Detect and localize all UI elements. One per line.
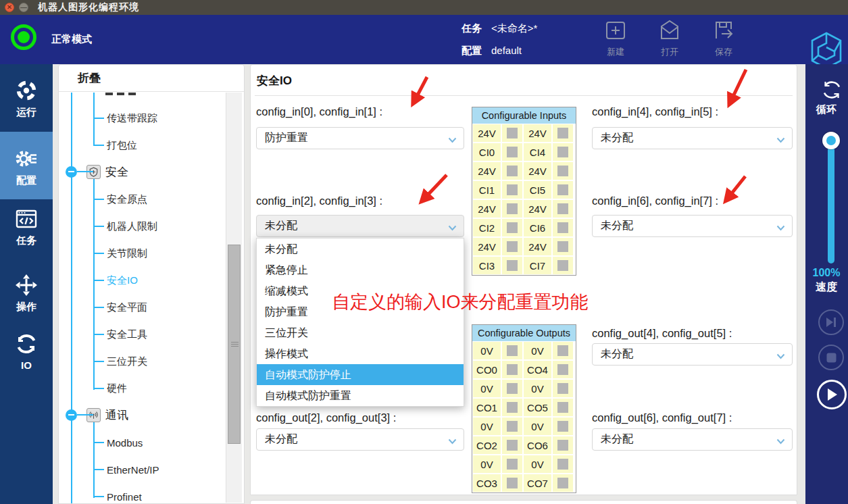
dropdown-value: 未分配 xyxy=(593,347,633,361)
tree-item-robot-limit[interactable]: 机器人限制 xyxy=(93,218,157,235)
step-next-button[interactable] xyxy=(818,309,844,335)
io-table-row: 24V24V xyxy=(472,199,576,218)
io-terminal-square xyxy=(502,455,522,473)
save-button[interactable]: 保存 xyxy=(702,19,745,58)
io-terminal-square xyxy=(553,436,573,454)
chevron-down-icon xyxy=(776,222,785,234)
tree-scrollbar-thumb[interactable] xyxy=(228,245,241,444)
close-icon[interactable]: ✕ xyxy=(5,3,14,12)
io-terminal-label: CI7 xyxy=(524,257,551,274)
tree-item-conveyor[interactable]: 传送带跟踪 xyxy=(93,109,157,127)
tree-item-safety-tool[interactable]: 安全工具 xyxy=(93,326,147,343)
nav-item-tasks[interactable]: 任务 xyxy=(0,205,53,251)
title-bar: ✕ — 机器人图形化编程环境 xyxy=(0,0,848,15)
io-terminal-square xyxy=(502,219,522,236)
config-in01-dropdown[interactable]: 防护重置 xyxy=(256,127,464,149)
config-in45-dropdown[interactable]: 未分配 xyxy=(592,127,793,149)
io-terminal-label: CO4 xyxy=(524,361,551,378)
collapse-all-button[interactable]: 折叠 xyxy=(59,65,244,92)
io-table-row: CI2CI6 xyxy=(472,218,576,237)
nav-item-io[interactable]: IO xyxy=(0,330,53,376)
tree-item-modbus[interactable]: Modbus xyxy=(93,434,143,451)
tree-item-safety-plane[interactable]: 安全平面 xyxy=(93,299,147,316)
main-panel: 安全IO config_in[0], config_in[1] : 防护重置 c… xyxy=(250,64,797,495)
tree-item-pack[interactable]: 打包位 xyxy=(93,136,137,154)
page-title: 安全IO xyxy=(257,73,292,89)
io-terminal-square xyxy=(553,361,573,378)
dropdown-value: 未分配 xyxy=(593,219,633,233)
io-terminal-square xyxy=(553,181,573,199)
nav-item-label: 任务 xyxy=(0,234,53,247)
io-terminal-square xyxy=(553,162,573,180)
mode-status-icon xyxy=(11,24,36,50)
minimize-icon[interactable]: — xyxy=(19,3,28,12)
speed-slider-thumb[interactable] xyxy=(822,132,840,149)
tree-item-safety-home[interactable]: 安全原点 xyxy=(93,191,147,208)
io-terminal-label: 0V xyxy=(524,380,551,397)
dropdown-option[interactable]: 三位开关 xyxy=(257,322,464,343)
app-window: ✕ — 机器人图形化编程环境 正常模式 任务<未命名>* 配置default 新… xyxy=(0,0,848,504)
divider xyxy=(255,95,793,96)
io-terminal-label: 0V xyxy=(473,455,501,473)
dropdown-option[interactable]: 自动模式防护重置 xyxy=(257,385,464,406)
chevron-down-icon xyxy=(448,222,457,234)
config-in23-dropdown[interactable]: 未分配 xyxy=(256,215,464,237)
new-button[interactable]: 新建 xyxy=(594,19,637,58)
collapse-minus-icon[interactable] xyxy=(66,409,77,421)
dropdown-option[interactable]: 未分配 xyxy=(257,238,464,259)
io-terminal-label: 0V xyxy=(473,380,501,397)
io-terminal-label: 24V xyxy=(524,200,551,218)
dropdown-option[interactable]: 紧急停止 xyxy=(257,259,464,280)
tree-item-three-pos-switch[interactable]: 三位开关 xyxy=(93,353,147,370)
config-out45-dropdown[interactable]: 未分配 xyxy=(592,343,793,366)
move-arrows-icon xyxy=(0,273,53,297)
tree-item-safety-io[interactable]: 安全IO xyxy=(93,272,138,289)
io-table-row: 24V24V xyxy=(472,161,576,180)
config-in67-label: config_in[6], config_in[7] : xyxy=(592,195,718,207)
speed-label: 速度 xyxy=(800,280,848,295)
nav-item-jog[interactable]: 操作 xyxy=(0,271,53,317)
config-in23-label: config_in[2], config_in[3] : xyxy=(256,195,382,207)
tree-item-profinet[interactable]: Profinet xyxy=(93,488,142,503)
tree-group-connector xyxy=(77,171,93,172)
io-terminal-square xyxy=(553,200,573,218)
tree-item-ethernet-ip[interactable]: EtherNet/IP xyxy=(93,461,159,478)
chevron-down-icon xyxy=(448,134,457,146)
nav-item-config[interactable]: 配置 xyxy=(0,132,53,199)
io-terminal-label: CO6 xyxy=(524,436,551,454)
config-out23-dropdown[interactable]: 未分配 xyxy=(256,428,464,451)
io-terminal-square xyxy=(502,380,522,397)
io-terminal-label: CI4 xyxy=(524,143,551,161)
settings-gear-icon xyxy=(0,147,53,171)
tree-scrollbar[interactable] xyxy=(226,93,242,503)
tree-item-hardware[interactable]: 硬件 xyxy=(93,380,127,397)
io-terminal-label: CI2 xyxy=(473,219,501,236)
collapse-minus-icon[interactable] xyxy=(66,166,77,178)
nav-item-run[interactable]: 运行 xyxy=(0,76,53,122)
open-button[interactable]: 打开 xyxy=(648,19,691,58)
io-terminal-label: 0V xyxy=(524,455,551,473)
dropdown-option[interactable]: 自动模式防护停止 xyxy=(257,364,464,385)
io-terminal-square xyxy=(502,143,522,161)
cycle-icon[interactable] xyxy=(820,78,844,105)
stop-button[interactable] xyxy=(818,345,844,370)
config-out67-dropdown[interactable]: 未分配 xyxy=(592,428,793,451)
play-button[interactable] xyxy=(817,380,847,409)
tree-item-joint-limit[interactable]: 关节限制 xyxy=(93,245,147,262)
io-table-row: CI3CI7 xyxy=(472,256,576,275)
io-table-row: 0V0V xyxy=(472,379,576,398)
task-row: 任务<未命名>* xyxy=(462,22,537,35)
speed-slider-track[interactable] xyxy=(828,140,834,263)
tree-group-safety[interactable]: 安全 xyxy=(66,163,128,180)
io-terminal-square xyxy=(502,257,522,274)
config-in67-dropdown[interactable]: 未分配 xyxy=(592,215,793,237)
nav-item-label: 运行 xyxy=(0,106,53,119)
save-icon xyxy=(702,19,745,43)
open-file-icon xyxy=(648,19,691,43)
tree-group-connector xyxy=(77,414,93,415)
configurable-outputs-table: Configurable Outputs 0V0VCO0CO40V0VCO1CO… xyxy=(472,324,576,493)
io-terminal-square xyxy=(553,124,573,142)
chevron-down-icon xyxy=(776,134,785,146)
tree-group-comm[interactable]: 通讯 xyxy=(66,406,128,424)
dropdown-option[interactable]: 操作模式 xyxy=(257,343,464,364)
